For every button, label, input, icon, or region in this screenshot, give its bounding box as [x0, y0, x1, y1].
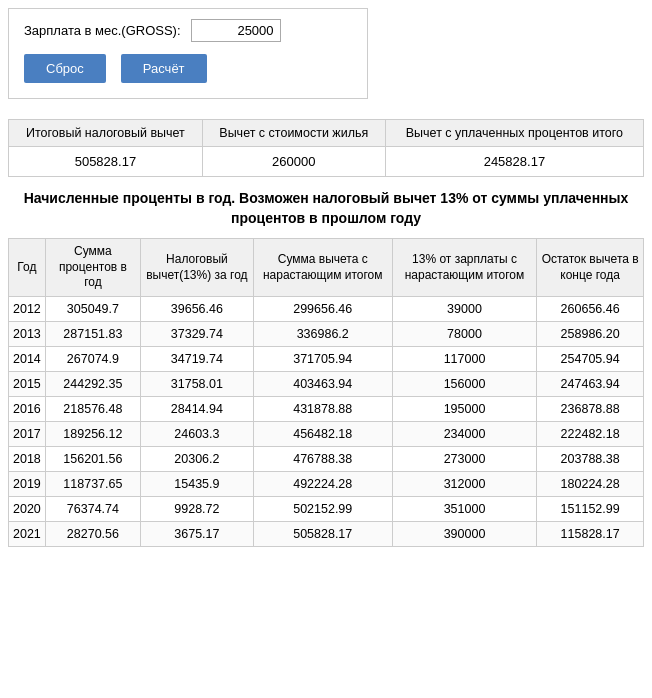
table-cell: 28414.94 — [140, 396, 253, 421]
table-cell: 2021 — [9, 521, 46, 546]
table-cell: 502152.99 — [253, 496, 392, 521]
table-cell: 390000 — [392, 521, 537, 546]
summary-table: Итоговый налоговый вычет Вычет с стоимос… — [8, 119, 644, 177]
table-cell: 222482.18 — [537, 421, 644, 446]
table-cell: 287151.83 — [45, 321, 140, 346]
main-table-header: Сумма процентов в год — [45, 239, 140, 297]
main-table-header: Налоговый вычет(13%) за год — [140, 239, 253, 297]
table-cell: 78000 — [392, 321, 537, 346]
table-cell: 267074.9 — [45, 346, 140, 371]
main-table-header: 13% от зарплаты с нарастающим итогом — [392, 239, 537, 297]
table-cell: 254705.94 — [537, 346, 644, 371]
table-cell: 24603.3 — [140, 421, 253, 446]
main-table-header: Остаток вычета в конце года — [537, 239, 644, 297]
summary-col2-header: Вычет с стоимости жилья — [202, 120, 385, 147]
summary-col3-value: 245828.17 — [385, 147, 643, 177]
table-cell: 28270.56 — [45, 521, 140, 546]
table-cell: 456482.18 — [253, 421, 392, 446]
table-cell: 2015 — [9, 371, 46, 396]
table-cell: 336986.2 — [253, 321, 392, 346]
summary-col2-value: 260000 — [202, 147, 385, 177]
table-row: 2018156201.5620306.2476788.3827300020378… — [9, 446, 644, 471]
table-cell: 236878.88 — [537, 396, 644, 421]
table-cell: 2012 — [9, 296, 46, 321]
table-row: 2016218576.4828414.94431878.881950002368… — [9, 396, 644, 421]
summary-col1-header: Итоговый налоговый вычет — [9, 120, 203, 147]
table-cell: 305049.7 — [45, 296, 140, 321]
table-cell: 247463.94 — [537, 371, 644, 396]
table-cell: 156201.56 — [45, 446, 140, 471]
table-cell: 2014 — [9, 346, 46, 371]
table-cell: 244292.35 — [45, 371, 140, 396]
table-cell: 189256.12 — [45, 421, 140, 446]
table-cell: 260656.46 — [537, 296, 644, 321]
table-row: 2015244292.3531758.01403463.941560002474… — [9, 371, 644, 396]
table-cell: 312000 — [392, 471, 537, 496]
table-cell: 273000 — [392, 446, 537, 471]
table-cell: 39000 — [392, 296, 537, 321]
table-cell: 31758.01 — [140, 371, 253, 396]
table-cell: 115828.17 — [537, 521, 644, 546]
table-cell: 151152.99 — [537, 496, 644, 521]
table-row: 202128270.563675.17505828.17390000115828… — [9, 521, 644, 546]
table-cell: 476788.38 — [253, 446, 392, 471]
table-cell: 2019 — [9, 471, 46, 496]
headline-text: Начисленные проценты в год. Возможен нал… — [8, 189, 644, 228]
table-cell: 3675.17 — [140, 521, 253, 546]
table-row: 2013287151.8337329.74336986.278000258986… — [9, 321, 644, 346]
table-cell: 156000 — [392, 371, 537, 396]
table-cell: 351000 — [392, 496, 537, 521]
table-cell: 258986.20 — [537, 321, 644, 346]
table-cell: 9928.72 — [140, 496, 253, 521]
top-section: Зарплата в мес.(GROSS): Сброс Расчёт — [8, 8, 368, 99]
table-row: 2019118737.6515435.9492224.2831200018022… — [9, 471, 644, 496]
table-cell: 195000 — [392, 396, 537, 421]
summary-col3-header: Вычет с уплаченных процентов итого — [385, 120, 643, 147]
table-cell: 34719.74 — [140, 346, 253, 371]
table-cell: 20306.2 — [140, 446, 253, 471]
summary-table-wrapper: Итоговый налоговый вычет Вычет с стоимос… — [8, 119, 644, 177]
table-row: 202076374.749928.72502152.99351000151152… — [9, 496, 644, 521]
salary-row: Зарплата в мес.(GROSS): — [24, 19, 352, 42]
salary-label: Зарплата в мес.(GROSS): — [24, 23, 181, 38]
table-cell: 76374.74 — [45, 496, 140, 521]
table-cell: 234000 — [392, 421, 537, 446]
table-cell: 2016 — [9, 396, 46, 421]
table-cell: 299656.46 — [253, 296, 392, 321]
table-cell: 180224.28 — [537, 471, 644, 496]
table-cell: 2017 — [9, 421, 46, 446]
table-cell: 218576.48 — [45, 396, 140, 421]
table-cell: 37329.74 — [140, 321, 253, 346]
main-table-header: Сумма вычета с нарастающим итогом — [253, 239, 392, 297]
main-table-wrapper: ГодСумма процентов в годНалоговый вычет(… — [8, 238, 644, 547]
reset-button[interactable]: Сброс — [24, 54, 106, 83]
table-cell: 2018 — [9, 446, 46, 471]
table-cell: 2020 — [9, 496, 46, 521]
table-row: 2012305049.739656.46299656.4639000260656… — [9, 296, 644, 321]
table-cell: 117000 — [392, 346, 537, 371]
table-cell: 39656.46 — [140, 296, 253, 321]
table-cell: 431878.88 — [253, 396, 392, 421]
table-cell: 492224.28 — [253, 471, 392, 496]
summary-col1-value: 505828.17 — [9, 147, 203, 177]
table-cell: 371705.94 — [253, 346, 392, 371]
main-table: ГодСумма процентов в годНалоговый вычет(… — [8, 238, 644, 547]
salary-input[interactable] — [191, 19, 281, 42]
table-cell: 15435.9 — [140, 471, 253, 496]
calc-button[interactable]: Расчёт — [121, 54, 207, 83]
table-cell: 118737.65 — [45, 471, 140, 496]
main-table-header: Год — [9, 239, 46, 297]
table-cell: 403463.94 — [253, 371, 392, 396]
buttons-row: Сброс Расчёт — [24, 54, 352, 83]
table-row: 2014267074.934719.74371705.9411700025470… — [9, 346, 644, 371]
table-cell: 505828.17 — [253, 521, 392, 546]
table-cell: 2013 — [9, 321, 46, 346]
table-cell: 203788.38 — [537, 446, 644, 471]
table-row: 2017189256.1224603.3456482.1823400022248… — [9, 421, 644, 446]
